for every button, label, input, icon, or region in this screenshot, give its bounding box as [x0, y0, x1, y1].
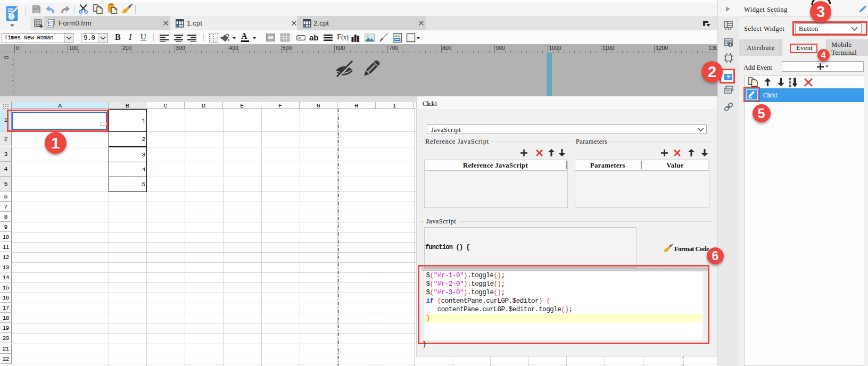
svg-text:i: i: [730, 42, 731, 47]
